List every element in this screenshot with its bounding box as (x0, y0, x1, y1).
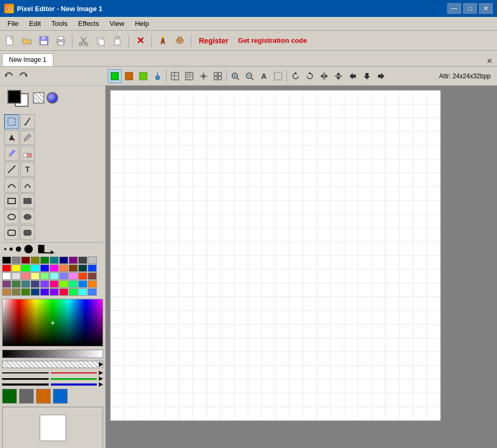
zoom-out-btn[interactable] (243, 69, 256, 83)
open-button[interactable] (19, 33, 35, 49)
stroke-red-thin[interactable] (51, 372, 97, 373)
color-cell[interactable] (50, 257, 59, 264)
pen-size-1[interactable] (4, 248, 6, 250)
undo-button[interactable] (2, 69, 16, 83)
tool-curve[interactable] (4, 178, 19, 193)
redo-button[interactable] (16, 69, 30, 83)
color-cell[interactable] (88, 264, 97, 272)
color-cell[interactable] (40, 288, 49, 296)
color-cell[interactable] (12, 257, 21, 264)
menu-view[interactable]: View (104, 18, 130, 30)
tool-eraser[interactable] (20, 146, 35, 161)
zoom-in-btn[interactable] (228, 69, 242, 83)
color-cell[interactable] (69, 264, 78, 272)
stroke-blue-thick[interactable] (51, 383, 97, 386)
color-cell[interactable] (31, 257, 40, 264)
wizard-button[interactable] (155, 33, 171, 49)
tool-pencil[interactable] (20, 114, 35, 129)
tool-rect-outline[interactable] (4, 194, 19, 208)
tool-text[interactable]: T (20, 162, 35, 177)
channel-r-btn[interactable] (122, 69, 136, 83)
tool-ellipse-filled[interactable] (20, 209, 35, 224)
color-cell[interactable] (78, 257, 87, 264)
color-cell[interactable] (59, 257, 68, 264)
tool-roundrect-outline[interactable] (4, 225, 19, 240)
color-cell[interactable] (12, 264, 21, 272)
color-cell[interactable] (2, 272, 11, 280)
color-cell[interactable] (31, 288, 40, 296)
text-btn[interactable]: A (257, 69, 271, 83)
tool-dropper[interactable] (20, 130, 35, 145)
special-color[interactable] (47, 92, 58, 104)
swatch-orange[interactable] (36, 389, 51, 404)
tool-ellipse-outline[interactable] (4, 209, 19, 224)
tool-arc[interactable] (20, 178, 35, 193)
tab-close-button[interactable]: ✕ (484, 56, 495, 66)
color-cell[interactable] (59, 264, 68, 272)
color-cell[interactable] (2, 257, 11, 264)
dropper-btn[interactable] (151, 69, 164, 83)
stroke-black-thin[interactable] (2, 372, 49, 373)
tool-fill[interactable] (4, 130, 19, 145)
color-cell[interactable] (50, 280, 59, 288)
move-left-btn[interactable] (346, 69, 360, 83)
grid2-btn[interactable] (182, 69, 196, 83)
bw-gradient[interactable] (2, 350, 103, 358)
swatch-green-dark[interactable] (2, 389, 17, 404)
color-cell[interactable] (2, 288, 11, 296)
color-cell[interactable] (59, 280, 68, 288)
color-cell[interactable] (31, 264, 40, 272)
color-cell[interactable] (78, 272, 87, 280)
menu-effects[interactable]: Effects (73, 18, 105, 30)
menu-file[interactable]: File (2, 18, 24, 30)
minimize-button[interactable]: — (447, 3, 461, 14)
move-down-btn[interactable] (360, 69, 374, 83)
canvas-area[interactable] (106, 86, 497, 448)
foreground-color[interactable] (7, 90, 21, 104)
color-cell[interactable] (40, 264, 49, 272)
color-picker[interactable]: + (2, 299, 103, 346)
transparent-color[interactable] (33, 92, 44, 104)
save-button[interactable] (36, 33, 52, 49)
copy-button[interactable] (93, 33, 108, 49)
tile-btn[interactable] (211, 69, 225, 83)
pixel-grid[interactable] (111, 90, 440, 420)
close-button[interactable]: ✕ (479, 3, 493, 14)
menu-help[interactable]: Help (130, 18, 154, 30)
color-cell[interactable] (12, 272, 21, 280)
maximize-button[interactable]: □ (463, 3, 477, 14)
color-cell[interactable] (21, 280, 30, 288)
print-button[interactable] (53, 33, 69, 49)
color-cell[interactable] (40, 280, 49, 288)
grid-btn[interactable] (168, 69, 182, 83)
flip-v-btn[interactable] (332, 69, 345, 83)
get-code-button[interactable]: Get registration code (238, 36, 307, 44)
tool-line[interactable] (4, 162, 19, 177)
color-cell[interactable] (69, 257, 78, 264)
menu-edit[interactable]: Edit (24, 18, 46, 30)
swatch-gray[interactable] (19, 389, 34, 404)
color-cell[interactable] (88, 272, 97, 280)
tool-roundrect-filled[interactable] (20, 225, 35, 240)
pattern-gradient[interactable] (2, 361, 103, 368)
color-cell[interactable] (78, 264, 87, 272)
new-button[interactable] (2, 33, 18, 49)
delete-button[interactable]: ✕ (132, 33, 148, 49)
color-cell[interactable] (88, 280, 97, 288)
color-cell[interactable] (69, 280, 78, 288)
color-cell[interactable] (2, 264, 11, 272)
color-cell[interactable] (50, 288, 59, 296)
color-cell[interactable] (31, 272, 40, 280)
color-cell[interactable] (21, 257, 30, 264)
pen-size-2[interactable] (10, 248, 13, 251)
rotate-cw-btn[interactable] (303, 69, 317, 83)
register-button[interactable]: Register (199, 36, 228, 45)
stroke-black-thick[interactable] (2, 383, 49, 386)
color-cell[interactable] (21, 264, 30, 272)
color-cell[interactable] (69, 272, 78, 280)
tool-brush[interactable] (4, 146, 19, 161)
tool-rect-filled[interactable] (20, 194, 35, 208)
color-cell[interactable] (88, 288, 97, 296)
rotate-ccw-btn[interactable] (289, 69, 302, 83)
move-right-btn[interactable] (374, 69, 388, 83)
